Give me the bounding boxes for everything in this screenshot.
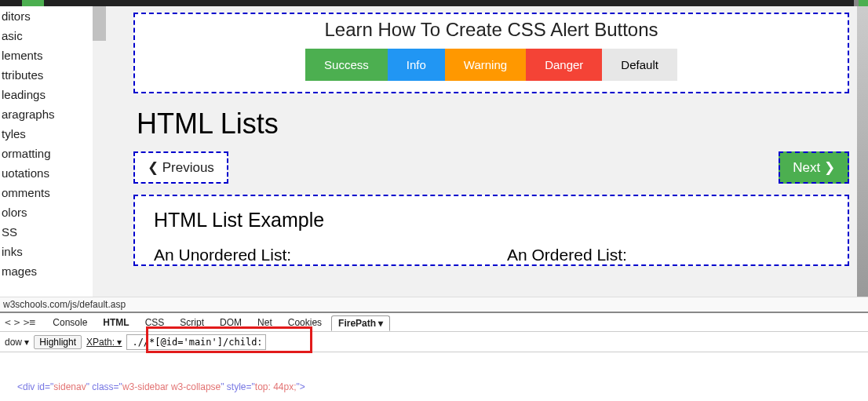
- sidebar-item[interactable]: aragraphs: [0, 104, 106, 124]
- sidebar-item[interactable]: ormatting: [0, 144, 106, 163]
- main-content: Learn How To Create CSS Alert Buttons Su…: [107, 6, 868, 297]
- ordered-list-heading: An Ordered List:: [507, 246, 829, 264]
- ad-banner: Learn How To Create CSS Alert Buttons Su…: [133, 13, 849, 93]
- sidebar-item[interactable]: omments: [0, 183, 106, 202]
- info-button[interactable]: Info: [388, 49, 445, 81]
- devtools-toolbar: dow ▾ Highlight XPath: ▾: [0, 332, 868, 352]
- tab-css[interactable]: CSS: [139, 315, 171, 330]
- sidebar-item[interactable]: olors: [0, 202, 106, 222]
- ad-buttons: Success Info Warning Danger Default: [135, 49, 848, 81]
- page-title: HTML Lists: [137, 108, 849, 140]
- sidebar-item[interactable]: tyles: [0, 124, 106, 144]
- top-accent: [22, 0, 44, 6]
- tab-firepath[interactable]: FirePath ▾: [331, 315, 390, 331]
- sidebar-scroll-thumb[interactable]: [93, 6, 106, 41]
- sidebar-item[interactable]: uotations: [0, 163, 106, 183]
- xpath-input[interactable]: [126, 334, 266, 350]
- sidebar-item[interactable]: asic: [0, 26, 106, 46]
- nav-back-icon[interactable]: <: [5, 316, 11, 328]
- tab-net[interactable]: Net: [251, 315, 279, 330]
- sidebar-item[interactable]: leadings: [0, 85, 106, 104]
- chapter-nav: ❮ Previous Next ❯: [133, 151, 849, 184]
- sidebar-item[interactable]: mages: [0, 261, 106, 281]
- sidebar-item[interactable]: ttributes: [0, 65, 106, 85]
- sidebar: ditors asic lements ttributes leadings a…: [0, 6, 107, 297]
- status-bar-url: w3schools.com/js/default.asp: [0, 297, 868, 312]
- nav-forward-icon[interactable]: >: [14, 316, 20, 328]
- ad-title: Learn How To Create CSS Alert Buttons: [135, 19, 848, 41]
- next-button[interactable]: Next ❯: [779, 151, 849, 184]
- previous-button[interactable]: ❮ Previous: [133, 151, 228, 184]
- highlight-button[interactable]: Highlight: [34, 335, 82, 349]
- devtools-tabs: < > >≡ Console HTML CSS Script DOM Net C…: [0, 313, 868, 332]
- sidebar-scroll-track[interactable]: [93, 6, 106, 297]
- sidebar-item[interactable]: SS: [0, 222, 106, 242]
- window-dropdown[interactable]: dow ▾: [5, 337, 29, 348]
- window-edge: [857, 6, 868, 297]
- danger-button[interactable]: Danger: [526, 49, 602, 81]
- default-button[interactable]: Default: [602, 49, 677, 81]
- sidebar-item[interactable]: lements: [0, 46, 106, 65]
- tab-html[interactable]: HTML: [97, 315, 135, 330]
- sidebar-item[interactable]: inks: [0, 242, 106, 261]
- example-box: HTML List Example An Unordered List: An …: [133, 195, 849, 266]
- success-button[interactable]: Success: [305, 49, 388, 81]
- sidebar-item[interactable]: ditors: [0, 6, 106, 26]
- tab-console[interactable]: Console: [46, 315, 93, 330]
- top-right-green: [859, 0, 868, 6]
- warning-button[interactable]: Warning: [445, 49, 526, 81]
- tab-script[interactable]: Script: [173, 315, 210, 330]
- devtools-panel: < > >≡ Console HTML CSS Script DOM Net C…: [0, 312, 868, 401]
- xpath-dropdown[interactable]: XPath: ▾: [86, 337, 122, 348]
- source-tree[interactable]: <div id="sidenav" class="w3-sidebar w3-c…: [0, 352, 868, 401]
- window-top-bar: [0, 0, 868, 6]
- unordered-list-heading: An Unordered List:: [154, 246, 476, 264]
- nav-menu-icon[interactable]: >≡: [24, 316, 36, 328]
- tab-dom[interactable]: DOM: [213, 315, 248, 330]
- example-title: HTML List Example: [154, 209, 829, 231]
- tab-cookies[interactable]: Cookies: [282, 315, 328, 330]
